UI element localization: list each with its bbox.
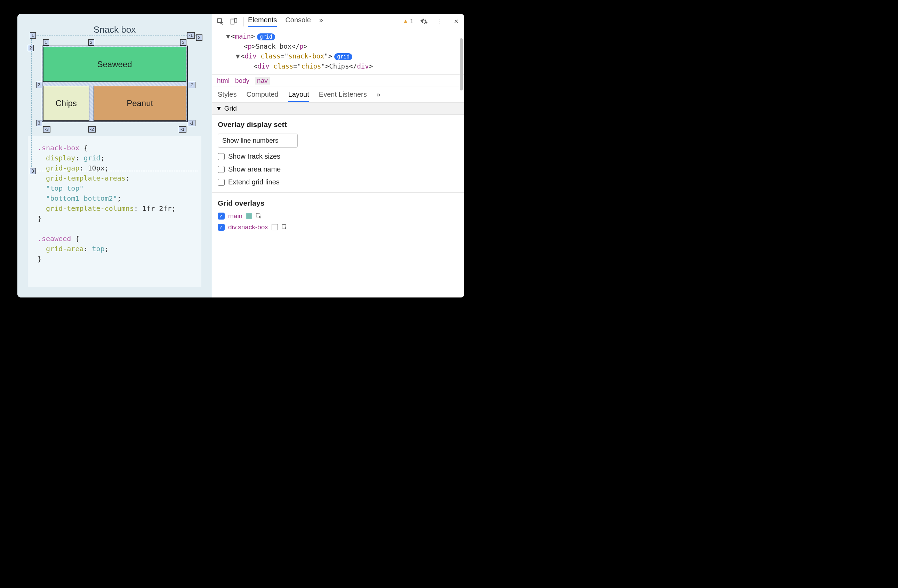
- tab-console[interactable]: Console: [285, 16, 311, 27]
- grid-lbl: -1: [187, 32, 195, 38]
- grid-lbl: 2: [36, 82, 42, 88]
- subtab-computed[interactable]: Computed: [246, 91, 278, 102]
- grid-lbl: 2: [88, 39, 94, 46]
- grid-lbl: 1: [30, 32, 36, 38]
- grid-lbl: -2: [88, 126, 96, 132]
- grid-section-header[interactable]: ▼ Grid: [212, 103, 464, 115]
- grid-lbl: 1: [43, 39, 49, 46]
- page-title: Snack box: [28, 25, 201, 35]
- color-swatch[interactable]: [272, 224, 278, 230]
- devtools-toolbar: Elements Console » ▲ 1 ⋮ ✕: [212, 14, 464, 29]
- page-preview-pane: Snack box Seaweed Chips Peanut 1 -1 2 1 …: [17, 14, 212, 297]
- warning-icon: ▲: [402, 18, 409, 25]
- grid-overlay-wrap: Seaweed Chips Peanut 1 -1 2 1 2 3 2 2 -2…: [42, 46, 188, 122]
- grid-lbl: 2: [28, 45, 34, 51]
- grid-lbl: 3: [36, 120, 42, 126]
- subtabs-overflow-icon[interactable]: »: [377, 91, 380, 102]
- cell-peanut: Peanut: [94, 86, 186, 121]
- devtools-pane: Elements Console » ▲ 1 ⋮ ✕ ▼<main>grid <…: [212, 14, 464, 297]
- cell-seaweed: Seaweed: [43, 47, 186, 82]
- overlay-row-main[interactable]: ✓ main: [218, 212, 459, 220]
- tab-elements[interactable]: Elements: [248, 16, 277, 27]
- checkbox-icon[interactable]: [218, 179, 224, 186]
- check-track-sizes[interactable]: Show track sizes: [218, 152, 459, 160]
- device-icon[interactable]: [228, 16, 239, 27]
- grid-section-label: Grid: [224, 105, 237, 112]
- snack-box-grid: Seaweed Chips Peanut: [42, 46, 188, 122]
- check-area-names[interactable]: Show area name: [218, 165, 459, 173]
- grid-lbl: -2: [188, 82, 195, 88]
- check-extend-lines[interactable]: Extend grid lines: [218, 178, 459, 186]
- overlay-settings-heading: Overlay display sett: [218, 120, 459, 129]
- highlight-icon[interactable]: [281, 224, 288, 231]
- scrollbar-thumb[interactable]: [460, 38, 463, 91]
- checkbox-icon[interactable]: [218, 166, 224, 173]
- grid-lbl: -1: [179, 126, 186, 132]
- subtab-styles[interactable]: Styles: [218, 91, 237, 102]
- grid-lbl: -3: [43, 126, 51, 132]
- check-label: Extend grid lines: [228, 178, 280, 186]
- inspect-icon[interactable]: [215, 16, 226, 27]
- checkbox-checked-icon[interactable]: ✓: [218, 212, 224, 220]
- check-label: Show track sizes: [228, 152, 280, 160]
- crumb-html[interactable]: html: [217, 77, 229, 85]
- svg-rect-2: [235, 18, 237, 22]
- dom-tree[interactable]: ▼<main>grid <p>Snack box</p> ▼<div class…: [212, 29, 464, 74]
- crumb-nav[interactable]: nav: [255, 77, 270, 85]
- checkbox-icon[interactable]: [218, 153, 224, 160]
- kebab-icon[interactable]: ⋮: [434, 16, 446, 27]
- warning-count: 1: [410, 18, 414, 25]
- crumb-body[interactable]: body: [235, 77, 249, 85]
- overlay-name: div.snack-box: [228, 223, 268, 231]
- tabs-overflow-icon[interactable]: »: [319, 16, 323, 27]
- breadcrumb[interactable]: html body nav: [212, 74, 464, 87]
- line-numbers-dropdown[interactable]: Show line numbers: [218, 134, 298, 148]
- checkbox-checked-icon[interactable]: ✓: [218, 224, 224, 231]
- check-label: Show area name: [228, 165, 281, 173]
- svg-rect-1: [231, 19, 234, 24]
- layout-panel: Overlay display sett Show line numbers S…: [212, 115, 464, 240]
- grid-lbl: 3: [180, 39, 186, 46]
- color-swatch[interactable]: [246, 213, 252, 219]
- warnings-badge[interactable]: ▲ 1: [402, 18, 414, 25]
- chevron-down-icon: ▼: [215, 105, 222, 112]
- grid-overlays-heading: Grid overlays: [218, 199, 459, 207]
- main-tabs: Elements Console »: [248, 16, 323, 27]
- code-snippet: .snack-box { display: grid; grid-gap: 10…: [28, 136, 201, 287]
- grid-lbl: -1: [188, 120, 195, 126]
- subtab-layout[interactable]: Layout: [288, 91, 309, 102]
- highlight-icon[interactable]: [255, 212, 263, 220]
- close-icon[interactable]: ✕: [451, 16, 461, 27]
- grid-lbl: 3: [30, 168, 36, 174]
- grid-lbl: 2: [196, 34, 202, 41]
- overlay-name: main: [228, 212, 242, 220]
- overlay-row-snackbox[interactable]: ✓ div.snack-box: [218, 223, 459, 231]
- subtab-eventlisteners[interactable]: Event Listeners: [319, 91, 367, 102]
- devtools-window: Snack box Seaweed Chips Peanut 1 -1 2 1 …: [17, 14, 464, 297]
- cell-chips: Chips: [43, 86, 89, 121]
- styles-subtabs: Styles Computed Layout Event Listeners »: [212, 87, 464, 103]
- gear-icon[interactable]: [418, 16, 429, 27]
